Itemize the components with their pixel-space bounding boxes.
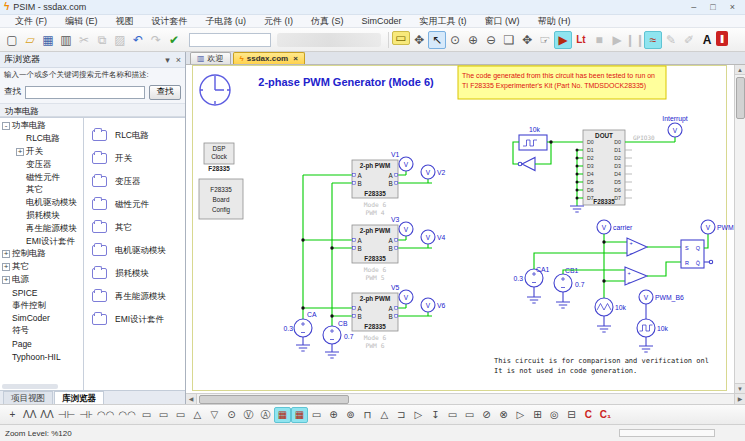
coupled-inductor-icon[interactable]: ◠◠ xyxy=(117,407,138,423)
tree-item[interactable]: EMI设计套件 xyxy=(2,235,83,248)
vertical-scrollbar[interactable]: ▲ ▼ xyxy=(734,65,745,393)
tree-item[interactable]: RLC电路 xyxy=(2,133,83,146)
check-schematic-icon[interactable]: ✔ xyxy=(165,31,183,49)
source-ca1[interactable]: CA1 0.3 xyxy=(514,266,550,303)
library-folder[interactable]: 再生能源模块 xyxy=(92,285,185,308)
add-element-icon[interactable]: + xyxy=(4,407,21,423)
tree-scrollbar[interactable] xyxy=(2,384,58,389)
library-folder[interactable]: 电机驱动模块 xyxy=(92,239,185,262)
igbt-block-icon[interactable]: ▭ xyxy=(172,407,189,423)
summer-icon[interactable]: ⊞ xyxy=(529,407,546,423)
label-icon[interactable]: ▭ xyxy=(392,31,410,45)
c-block-icon[interactable]: C₁ xyxy=(597,407,614,423)
open-file-icon[interactable]: ▱ xyxy=(21,31,39,49)
svg-text:It is not used in code generat[interactable]: It is not used in code generation. xyxy=(494,367,637,375)
stop-icon[interactable]: ■ xyxy=(590,31,608,49)
maximize-icon[interactable]: □ xyxy=(710,3,715,12)
rheostat-icon[interactable]: ΛΛ xyxy=(38,407,55,423)
save-icon[interactable]: ▦ xyxy=(39,31,57,49)
c-script-icon[interactable]: C xyxy=(580,407,597,423)
expander-icon[interactable]: + xyxy=(2,250,10,258)
tree-item[interactable]: SPICE xyxy=(2,286,83,299)
sine-source-icon[interactable]: ⊚ xyxy=(342,407,359,423)
triangle-source-icon[interactable]: △ xyxy=(376,407,393,423)
transformer-icon[interactable]: ◎ xyxy=(546,407,563,423)
menu-item[interactable]: 编辑 (E) xyxy=(56,15,107,28)
search-input[interactable] xyxy=(25,86,145,99)
draw-line-icon[interactable]: ✎ xyxy=(662,31,680,49)
triangle-wave-source[interactable]: 10k xyxy=(595,298,627,332)
pi-block-icon[interactable]: ▭ xyxy=(461,407,478,423)
expander-icon[interactable]: + xyxy=(16,148,24,156)
point-icon[interactable]: ☞ xyxy=(536,31,554,49)
capacitor-icon[interactable]: ⊣⊢ xyxy=(56,407,77,423)
rlc-branch-icon[interactable]: ▭ xyxy=(308,407,325,423)
close-tab-icon[interactable]: × xyxy=(293,54,298,63)
diode-up-icon[interactable]: △ xyxy=(189,407,206,423)
pwm-block-1[interactable]: 2-ph PWM A B A B F28335 Mode 6 PWM 4 V V… xyxy=(352,151,446,216)
menu-item[interactable]: 设计套件 xyxy=(143,15,197,28)
square-wave-source[interactable]: 10k xyxy=(637,319,669,352)
diode-down-icon[interactable]: ▽ xyxy=(206,407,223,423)
voltmeter-pwm-b6[interactable]: V PWM_B6 xyxy=(639,290,684,304)
current-sensor-icon[interactable]: ⊗ xyxy=(495,407,512,423)
opamp-icon[interactable]: ▷ xyxy=(410,407,427,423)
select-cursor-icon[interactable]: ↖ xyxy=(428,31,446,49)
capacitor-polar-icon[interactable]: ⊣⊦ xyxy=(77,407,95,423)
play-icon[interactable]: ▶ xyxy=(608,31,626,49)
lt-spice-icon[interactable]: Lt xyxy=(572,31,590,49)
tree-item[interactable]: + 控制电路 xyxy=(2,248,83,261)
zoom-out-icon[interactable]: ⊖ xyxy=(482,31,500,49)
voltmeter-icon[interactable]: Ⓥ xyxy=(240,407,257,423)
scroll-up-icon[interactable]: ▲ xyxy=(735,65,745,75)
draw-shape-icon[interactable]: ✐ xyxy=(680,31,698,49)
tree-item[interactable]: + 开关 xyxy=(2,146,83,159)
voltage-sensor-icon[interactable]: ⊘ xyxy=(478,407,495,423)
diode-block-icon[interactable]: ▭ xyxy=(138,407,155,423)
scroll-down-icon[interactable]: ▼ xyxy=(735,383,745,393)
text-tool-icon[interactable]: A xyxy=(698,31,716,49)
gain-block-icon[interactable]: ▭ xyxy=(444,407,461,423)
minimize-icon[interactable]: – xyxy=(691,3,696,12)
pin-panel-icon[interactable]: ▾ xyxy=(165,55,170,65)
tree-item[interactable]: + 电源 xyxy=(2,274,83,287)
expander-icon[interactable]: + xyxy=(2,276,10,284)
pause-icon[interactable]: ❙❙ xyxy=(626,31,644,49)
undo-icon[interactable]: ↶ xyxy=(129,31,147,49)
category-bar[interactable]: 功率电路 xyxy=(0,103,185,117)
probe-icon[interactable]: ↧ xyxy=(427,407,444,423)
paste-icon[interactable]: ▨ xyxy=(111,31,129,49)
abort-icon[interactable]: ❚ xyxy=(716,31,728,46)
zoom-icon[interactable]: ⊙ xyxy=(446,31,464,49)
scroll-right-icon[interactable]: ▶ xyxy=(734,394,745,404)
schematic-sheet[interactable]: 2-phase PWM Generator (Mode 6) The code … xyxy=(186,65,745,393)
zoom-area-icon[interactable]: ✥ xyxy=(518,31,536,49)
voltmeter-interrupt[interactable]: V Interrupt xyxy=(662,115,687,137)
tab-welcome[interactable]: ▥ 欢迎 xyxy=(190,52,231,64)
tree-item[interactable]: 再生能源模块 xyxy=(2,222,83,235)
library-folder[interactable]: 磁性元件 xyxy=(92,193,185,216)
scrollbar-thumb[interactable] xyxy=(199,395,349,404)
menu-item[interactable]: 视图 xyxy=(107,15,143,28)
tree-item[interactable]: SimCoder xyxy=(2,312,83,325)
menu-item[interactable]: 子电路 (u) xyxy=(197,15,256,28)
library-folder[interactable]: 变压器 xyxy=(92,170,185,193)
menu-item[interactable]: 窗口 (W) xyxy=(476,15,529,28)
print-icon[interactable]: ▥ xyxy=(57,31,75,49)
menu-item[interactable]: 文件 (F) xyxy=(6,15,56,28)
tree-item[interactable]: - 功率电路 xyxy=(2,120,83,133)
dsp-clock-block[interactable]: DSP Clock F28335 xyxy=(204,143,234,172)
step-source-icon[interactable]: ⊐ xyxy=(393,407,410,423)
menu-item[interactable]: 帮助 (H) xyxy=(529,15,580,28)
expander-icon[interactable]: + xyxy=(2,263,10,271)
inductor-icon[interactable]: ◠◠ xyxy=(95,407,116,423)
library-folder[interactable]: RLC电路 xyxy=(92,124,185,147)
voltage-probe-icon[interactable]: ⊙ xyxy=(223,407,240,423)
ammeter-icon[interactable]: Ⓐ xyxy=(257,407,274,423)
tree-item[interactable]: 事件控制 xyxy=(2,299,83,312)
redo-icon[interactable]: ↷ xyxy=(147,31,165,49)
copy-icon[interactable]: ⧉ xyxy=(93,31,111,49)
pwm-block-3[interactable]: 2-ph PWM A B A B F28335 Mode 6 PWM 6 V V… xyxy=(352,284,446,349)
scope-2ch-icon[interactable]: ▦ xyxy=(291,407,308,423)
new-file-icon[interactable]: ▢ xyxy=(3,31,21,49)
